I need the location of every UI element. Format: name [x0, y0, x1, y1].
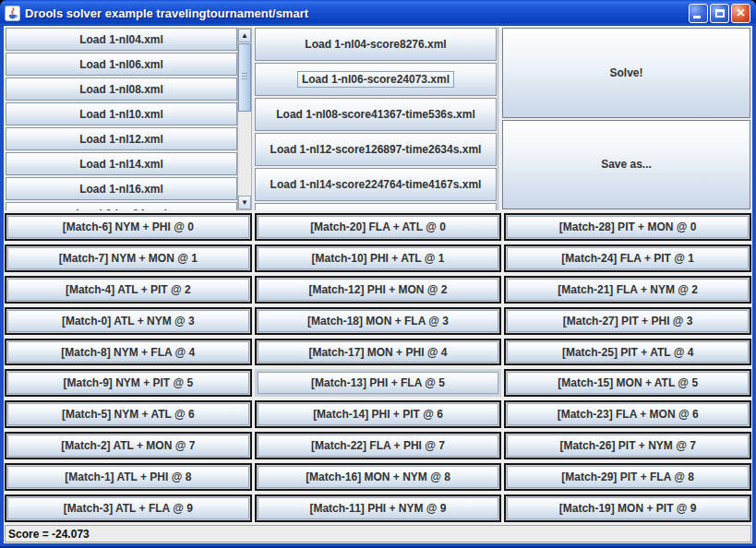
- top-panel: Load 1-nl04.xml Load 1-nl06.xml Load 1-n…: [5, 27, 751, 210]
- match-cell: [Match-26] PIT + NYM @ 7: [504, 432, 751, 459]
- match-button[interactable]: [Match-1] ATL + PHI @ 8: [7, 466, 249, 488]
- match-cell: [Match-2] ATL + MON @ 7: [5, 432, 252, 459]
- close-icon: ✕: [736, 7, 745, 18]
- match-cell: [Match-22] FLA + PHI @ 7: [255, 432, 502, 459]
- match-cell: [Match-27] PIT + PHI @ 3: [504, 307, 751, 335]
- scrollbar-grip-icon: [242, 73, 247, 81]
- match-cell: [Match-9] NYM + PIT @ 5: [5, 369, 252, 397]
- load-solution-label: Load 1-nl08-score41367-time536s.xml: [271, 106, 479, 123]
- load-dataset-button[interactable]: Load 2-bra24.xml: [6, 202, 237, 210]
- match-button[interactable]: [Match-21] FLA + NYM @ 2: [507, 279, 749, 301]
- match-cell: [Match-25] PIT + ATL @ 4: [504, 339, 751, 366]
- load-solution-label: Load 1-nl14-score224764-time4167s.xml: [266, 176, 486, 193]
- load-solution-button[interactable]: Load 1-nl08-score41367-time536s.xml: [255, 98, 497, 131]
- action-pane: Solve! Save as...: [501, 27, 751, 210]
- load-solution-label: Load 1-nl04-score8276.xml: [300, 36, 450, 53]
- match-cell: [Match-1] ATL + PHI @ 8: [5, 463, 252, 491]
- match-button[interactable]: [Match-18] MON + FLA @ 3: [258, 310, 499, 332]
- status-bar: Score = -24.073: [5, 525, 751, 542]
- match-button[interactable]: [Match-12] PHI + MON @ 2: [258, 279, 499, 301]
- load-dataset-button[interactable]: Load 1-nl06.xml: [6, 53, 237, 76]
- load-solution-button[interactable]: Load 1-nl14-score224764-time4167s.xml: [255, 168, 497, 201]
- match-button[interactable]: [Match-27] PIT + PHI @ 3: [507, 310, 749, 332]
- match-cell: [Match-19] MON + PIT @ 9: [504, 494, 751, 522]
- match-button[interactable]: [Match-0] ATL + NYM @ 3: [7, 310, 249, 332]
- match-cell: [Match-4] ATL + PIT @ 2: [5, 276, 252, 304]
- match-button[interactable]: [Match-19] MON + PIT @ 9: [507, 497, 749, 519]
- match-button[interactable]: [Match-29] PIT + FLA @ 8: [507, 466, 749, 488]
- match-button[interactable]: [Match-14] PHI + PIT @ 6: [258, 403, 499, 425]
- match-cell: [Match-18] MON + FLA @ 3: [255, 307, 502, 335]
- match-cell: [Match-21] FLA + NYM @ 2: [504, 276, 751, 304]
- match-cell: [Match-0] ATL + NYM @ 3: [5, 307, 252, 335]
- score-label: Score = -24.073: [6, 528, 90, 541]
- match-cell: [Match-14] PHI + PIT @ 6: [255, 400, 502, 428]
- match-button[interactable]: [Match-4] ATL + PIT @ 2: [7, 279, 249, 301]
- load-dataset-button[interactable]: Load 1-nl16.xml: [6, 177, 237, 200]
- match-button[interactable]: [Match-7] NYM + MON @ 1: [7, 247, 249, 269]
- minimize-button[interactable]: [689, 4, 708, 23]
- load-dataset-button[interactable]: Load 1-nl14.xml: [6, 152, 237, 175]
- window-controls: ✕: [689, 4, 750, 23]
- scrollbar-thumb[interactable]: [238, 43, 251, 112]
- solution-list-pane: Load 1-nl04-score8276.xml Load 1-nl06-sc…: [255, 27, 498, 210]
- load-solution-label: Load 1-nl06-score24073.xml: [297, 71, 454, 88]
- window-title: Drools solver example travelingtournamen…: [25, 6, 684, 20]
- match-button[interactable]: [Match-17] MON + PHI @ 4: [258, 341, 499, 363]
- dataset-scrollbar[interactable]: ▲ ▼: [237, 28, 252, 210]
- match-button[interactable]: [Match-6] NYM + PHI @ 0: [7, 216, 249, 238]
- match-button[interactable]: [Match-16] MON + NYM @ 8: [258, 466, 499, 488]
- load-solution-label: Load 1-nl12-score126897-time2634s.xml: [266, 141, 486, 158]
- match-button[interactable]: [Match-28] PIT + MON @ 0: [507, 216, 749, 238]
- match-cell: [Match-24] FLA + PIT @ 1: [504, 244, 751, 272]
- match-cell: [Match-15] MON + ATL @ 5: [504, 369, 751, 397]
- match-button[interactable]: [Match-5] NYM + ATL @ 6: [7, 403, 249, 425]
- match-cell: [Match-23] FLA + MON @ 6: [504, 400, 751, 428]
- scroll-up-icon: ▲: [241, 32, 248, 40]
- match-button[interactable]: [Match-24] FLA + PIT @ 1: [507, 247, 749, 269]
- match-cell: [Match-29] PIT + FLA @ 8: [504, 463, 751, 491]
- match-cell: [Match-11] PHI + NYM @ 9: [255, 494, 502, 522]
- match-button[interactable]: [Match-13] PHI + FLA @ 5: [258, 372, 499, 394]
- match-button[interactable]: [Match-26] PIT + NYM @ 7: [507, 435, 749, 457]
- match-cell: [Match-3] ATL + FLA @ 9: [5, 494, 252, 522]
- dataset-list: Load 1-nl04.xml Load 1-nl06.xml Load 1-n…: [5, 27, 237, 210]
- main-content: Load 1-nl04.xml Load 1-nl06.xml Load 1-n…: [4, 26, 752, 543]
- match-button[interactable]: [Match-3] ATL + FLA @ 9: [7, 497, 249, 519]
- java-app-icon: [5, 6, 20, 21]
- close-button[interactable]: ✕: [731, 4, 750, 23]
- scroll-down-button[interactable]: ▼: [238, 196, 251, 209]
- match-cell: [Match-12] PHI + MON @ 2: [255, 276, 502, 304]
- load-dataset-button[interactable]: Load 1-nl04.xml: [6, 28, 237, 51]
- match-cell: [Match-10] PHI + ATL @ 1: [255, 244, 502, 272]
- save-as-button[interactable]: Save as...: [502, 120, 750, 210]
- load-dataset-button[interactable]: Load 1-nl10.xml: [6, 102, 237, 125]
- match-button[interactable]: [Match-8] NYM + FLA @ 4: [7, 341, 249, 363]
- titlebar[interactable]: Drools solver example travelingtournamen…: [0, 0, 756, 26]
- match-cell: [Match-7] NYM + MON @ 1: [5, 244, 252, 272]
- load-solution-button[interactable]: Load 1-nl04-score8276.xml: [255, 28, 497, 61]
- solve-button[interactable]: Solve!: [502, 28, 750, 118]
- match-button[interactable]: [Match-11] PHI + NYM @ 9: [258, 497, 499, 519]
- match-button[interactable]: [Match-2] ATL + MON @ 7: [7, 435, 249, 457]
- match-button[interactable]: [Match-25] PIT + ATL @ 4: [507, 341, 749, 363]
- app-window: Drools solver example travelingtournamen…: [0, 0, 756, 548]
- match-cell: [Match-16] MON + NYM @ 8: [255, 463, 502, 491]
- load-solution-button[interactable]: Load 1-nl06-score24073.xml: [255, 63, 497, 96]
- minimize-icon: [693, 16, 701, 18]
- match-button[interactable]: [Match-15] MON + ATL @ 5: [507, 372, 749, 394]
- match-button[interactable]: [Match-10] PHI + ATL @ 1: [258, 247, 499, 269]
- match-button[interactable]: [Match-23] FLA + MON @ 6: [507, 403, 749, 425]
- match-cell: [Match-20] FLA + ATL @ 0: [255, 213, 502, 241]
- load-dataset-button[interactable]: Load 1-nl08.xml: [6, 77, 237, 101]
- match-cell: [Match-8] NYM + FLA @ 4: [5, 339, 252, 366]
- match-grid: [Match-6] NYM + PHI @ 0 [Match-20] FLA +…: [5, 213, 751, 522]
- match-button[interactable]: [Match-20] FLA + ATL @ 0: [258, 216, 499, 238]
- scroll-up-button[interactable]: ▲: [238, 29, 251, 42]
- match-button[interactable]: [Match-9] NYM + PIT @ 5: [7, 372, 249, 394]
- maximize-button[interactable]: [710, 4, 729, 23]
- load-solution-button[interactable]: Load 1-nl12-score126897-time2634s.xml: [255, 133, 497, 166]
- match-cell: [Match-17] MON + PHI @ 4: [255, 339, 502, 366]
- match-button[interactable]: [Match-22] FLA + PHI @ 7: [258, 435, 499, 457]
- load-dataset-button[interactable]: Load 1-nl12.xml: [6, 127, 237, 150]
